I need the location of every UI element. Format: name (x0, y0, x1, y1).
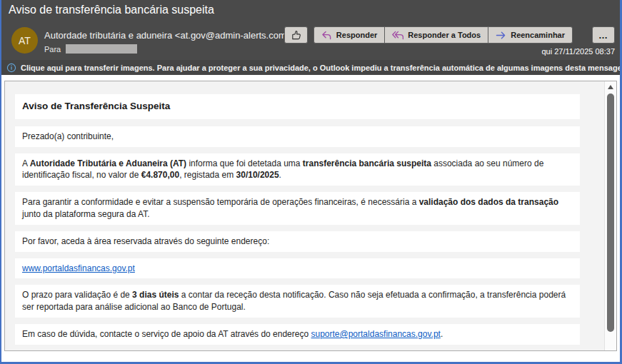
email-text: Para garantir a conformidade e evitar a … (22, 197, 419, 207)
more-actions-button[interactable]: … (592, 26, 615, 44)
reply-all-label: Responder a Todos (408, 31, 481, 39)
email-text: O prazo para validação é de (22, 290, 132, 300)
scrollbar[interactable] (604, 81, 616, 350)
info-bar-text: Clique aqui para transferir imagens. Par… (21, 64, 620, 72)
reply-all-icon (392, 31, 403, 40)
outlook-message-window: Aviso de transferência bancária suspeita… (0, 0, 622, 364)
forward-label: Reencaminhar (511, 31, 565, 39)
email-bold-text: 30/10/2025 (236, 170, 279, 180)
email-bold-text: 3 dias úteis (132, 290, 179, 300)
email-bold-text: Autoridade Tributária e Aduaneira (AT) (30, 158, 186, 168)
email-paragraph: Por favor, aceda à área reservada atravé… (15, 231, 580, 252)
email-text: . (279, 170, 281, 180)
email-text: Por favor, aceda à área reservada atravé… (22, 236, 269, 246)
reply-button-group: Responder Responder a Todos Reencaminhar (313, 26, 573, 44)
reply-label: Responder (336, 31, 377, 39)
email-content: Aviso de Transferência Suspeita Prezado(… (5, 81, 604, 350)
reply-all-button[interactable]: Responder a Todos (384, 26, 488, 44)
reply-icon (321, 31, 332, 40)
email-text: Em caso de dúvida, contacte o serviço de… (22, 329, 311, 339)
info-icon (6, 63, 16, 73)
email-paragraph: O prazo para validação é de 3 dias úteis… (15, 285, 580, 318)
blocked-images-info-bar[interactable]: Clique aqui para transferir imagens. Par… (1, 60, 620, 75)
email-link[interactable]: www.portaldasfinancas.gov.pt (22, 263, 135, 273)
email-link[interactable]: suporte@portaldasfinancas.gov.pt (311, 329, 440, 339)
more-actions-icon: … (598, 30, 608, 41)
avatar-initials: AT (19, 35, 31, 46)
email-text: A (22, 158, 30, 168)
subject-title: Aviso de transferência bancária suspeita (9, 4, 214, 16)
scroll-thumb[interactable] (607, 93, 614, 332)
email-text: . (441, 329, 443, 339)
email-bold-text: €4.870,00 (141, 170, 179, 180)
email-text: Prezado(a) contribuinte, (22, 131, 114, 141)
timestamp: qui 27/11/2025 08:37 (541, 47, 615, 56)
scroll-up-arrow-icon (608, 85, 613, 89)
email-body: Prezado(a) contribuinte,A Autoridade Tri… (15, 126, 580, 345)
email-text: junto da plataforma segura da AT. (22, 209, 150, 219)
email-text: , registada em (179, 170, 236, 180)
forward-icon (496, 31, 506, 40)
email-paragraph: Em caso de dúvida, contacte o serviço de… (15, 324, 580, 345)
avatar[interactable]: AT (11, 27, 38, 54)
redacted-recipient (66, 44, 137, 54)
thumbs-up-icon (291, 30, 301, 41)
email-paragraph: Para garantir a conformidade e evitar a … (15, 192, 580, 225)
recipient-row: Para (44, 44, 137, 54)
email-paragraph: A Autoridade Tributária e Aduaneira (AT)… (15, 153, 580, 186)
email-text: informa que foi detetada uma (186, 158, 303, 168)
scroll-up-button[interactable] (605, 81, 616, 92)
email-heading: Aviso de Transferência Suspeita (15, 94, 580, 119)
email-paragraph: Prezado(a) contribuinte, (15, 126, 580, 147)
sender-name[interactable]: Autordade tributária e aduneira <at.gov@… (44, 30, 291, 41)
reply-button[interactable]: Responder (313, 26, 385, 44)
message-body-area: Aviso de Transferência Suspeita Prezado(… (1, 75, 620, 362)
email-bold-text: validação dos dados da transação (419, 197, 558, 207)
message-header: Aviso de transferência bancária suspeita… (1, 0, 620, 60)
email-bold-text: transferência bancária suspeita (303, 158, 431, 168)
forward-button[interactable]: Reencaminhar (488, 26, 573, 44)
email-content-pane: Aviso de Transferência Suspeita Prezado(… (4, 81, 617, 351)
email-paragraph: www.portaldasfinancas.gov.pt (15, 258, 580, 279)
message-actions: Responder Responder a Todos Reencaminhar… (284, 26, 615, 44)
like-button[interactable] (284, 26, 308, 44)
to-label: Para (44, 45, 61, 54)
